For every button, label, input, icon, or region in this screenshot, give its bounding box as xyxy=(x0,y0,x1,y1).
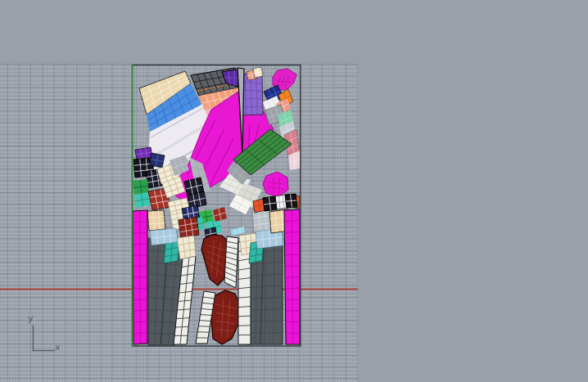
uv-geometry-layer xyxy=(0,0,588,382)
patch-cyan-sliver-piece[interactable] xyxy=(231,227,245,236)
patch-magenta-strip-right-gridline xyxy=(285,277,300,278)
patch-ladder-strip-right-gridline xyxy=(238,326,251,326)
axis-indicator-y-label: y xyxy=(28,314,34,323)
patch-slate-patch-right-gridline xyxy=(247,333,283,334)
axis-indicator-x-label: x xyxy=(55,343,61,352)
patch-darkred-fan-lower[interactable] xyxy=(211,290,240,344)
patch-brick-piece-2[interactable] xyxy=(179,217,199,238)
patch-cream-leg-left[interactable] xyxy=(177,236,196,259)
viewport-canvas[interactable]: y x xyxy=(0,0,588,382)
patch-ladder-strip-right[interactable] xyxy=(238,240,251,344)
patch-tan-square-left[interactable] xyxy=(147,210,165,231)
